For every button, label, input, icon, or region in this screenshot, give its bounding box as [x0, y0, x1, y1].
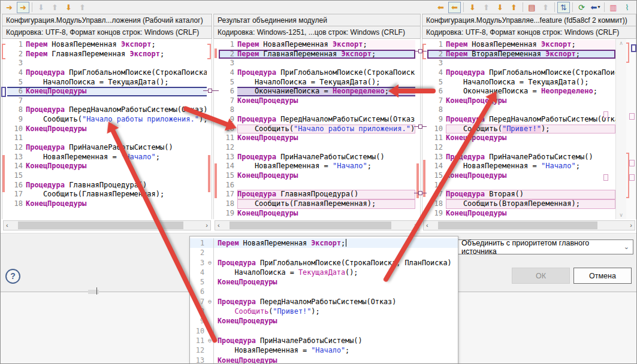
- code-line[interactable]: 12: [427, 143, 615, 153]
- code-line[interactable]: 16: [427, 181, 615, 190]
- code-line[interactable]: 6 ОкончаниеПоиска = Неопределено;: [219, 87, 415, 96]
- code-line[interactable]: 13 НоваяПеременная = "Начало";: [7, 153, 207, 162]
- code-line[interactable]: 11КонецПроцедуры: [219, 134, 415, 143]
- code-line[interactable]: 2Перем ГлавнаяПеременная Экспорт;: [219, 50, 415, 59]
- code-line[interactable]: 3: [219, 59, 415, 68]
- scroll-right-icon[interactable]: ›: [206, 222, 208, 229]
- scroll-right-icon[interactable]: ›: [630, 222, 632, 229]
- refresh-icon[interactable]: ⟳: [575, 2, 588, 13]
- result-panel-code[interactable]: 1Перем НоваяПеременная Экспорт;2Перем Гл…: [219, 39, 415, 219]
- next-difference-icon[interactable]: ⬇: [466, 2, 479, 13]
- editor-line[interactable]: 5КонецПроцедуры: [190, 277, 458, 287]
- code-line[interactable]: 10 Сообщить("Привет!");: [427, 125, 615, 134]
- code-line[interactable]: 18 Сообщить(ВтораяПеременная);: [427, 199, 615, 209]
- code-line[interactable]: 10 Сообщить("Начало работы приложения.")…: [219, 125, 415, 134]
- code-line[interactable]: 15: [7, 171, 207, 181]
- code-line[interactable]: 8Процедура ПередНачаломРаботыСистемы(Отк…: [7, 105, 207, 115]
- code-line[interactable]: 4Процедура ПриГлобальномПоиске(СтрокаПои…: [219, 68, 415, 78]
- code-line[interactable]: 5 НачалоПоиска = ТекущаяДата();: [7, 78, 207, 87]
- code-line[interactable]: 19КонецПроцедуры: [427, 209, 615, 219]
- code-line[interactable]: 13Процедура ПриНачалеРаботыСистемы(): [219, 153, 415, 162]
- editor-line[interactable]: 7⊖Процедура ПередНачаломРаботыСистемы(От…: [190, 297, 458, 307]
- code-line[interactable]: 7: [7, 96, 207, 106]
- right-panel-code[interactable]: 1Перем НоваяПеременная Экспорт;2Перем Вт…: [427, 39, 615, 219]
- editor-line[interactable]: 3⊖Процедура ПриГлобальномПоиске(СтрокаПо…: [190, 258, 458, 268]
- copy-current-right-to-left-icon[interactable]: ⬅: [448, 2, 461, 13]
- cancel-button[interactable]: Отмена: [573, 268, 632, 284]
- code-line[interactable]: 7КонецПроцедуры: [219, 96, 415, 106]
- code-line[interactable]: 11: [7, 134, 207, 143]
- code-line[interactable]: 12Процедура ПриНачалеРаботыСистемы(): [7, 143, 207, 153]
- scroll-down-icon[interactable]: ∨: [616, 212, 626, 218]
- right-panel-vscrollbar[interactable]: ∧ ∨: [615, 39, 626, 219]
- code-line[interactable]: 12: [219, 143, 415, 153]
- scroll-up-icon[interactable]: ∧: [616, 40, 626, 46]
- copy-current-left-to-right-icon[interactable]: ➜: [17, 2, 29, 13]
- linked-differences-icon[interactable]: ⌇: [621, 2, 633, 13]
- code-line[interactable]: 5 НачалоПоиска = ТекущаяДата();: [427, 78, 615, 87]
- scroll-thumb[interactable]: [230, 222, 391, 229]
- code-line[interactable]: 16Процедура ГлавнаяПроцедура(): [7, 181, 207, 190]
- result-panel-hscrollbar[interactable]: ‹ ›: [215, 220, 419, 230]
- code-line[interactable]: 2Перем ВтораяПеременная Экспорт;: [427, 50, 615, 59]
- code-line[interactable]: 6КонецПроцедуры: [7, 87, 207, 96]
- code-line[interactable]: 1Перем НоваяПеременная Экспорт;: [7, 40, 207, 50]
- copy-previous-change-icon[interactable]: ⬆: [508, 2, 520, 13]
- editor-line[interactable]: 9КонецПроцедуры: [190, 316, 458, 326]
- merge-mode-combobox[interactable]: Объединить с приоритетом главного источн…: [457, 239, 633, 254]
- right-panel-hscrollbar[interactable]: ‹ ›: [423, 220, 635, 230]
- code-line[interactable]: 11КонецПроцедуры: [427, 134, 615, 143]
- show-current-element-icon[interactable]: ▤: [526, 2, 538, 13]
- editor-line[interactable]: 6: [190, 287, 458, 296]
- code-line[interactable]: 17Процедура ГлавнаяПроцедура(): [219, 190, 415, 199]
- left-panel-hscrollbar[interactable]: ‹ ›: [3, 220, 211, 230]
- copy-all-left-to-right-icon[interactable]: ➜: [3, 2, 16, 13]
- code-line[interactable]: 14 НоваяПеременная = "Начало";: [219, 162, 415, 171]
- code-line[interactable]: 3: [427, 59, 615, 68]
- editor-line[interactable]: 10: [190, 326, 458, 336]
- code-line[interactable]: 9Процедура ПередНачаломРаботыСистемы(Отк…: [219, 115, 415, 125]
- editor-line[interactable]: 12 НоваяПеременная = "Начало";: [190, 345, 458, 355]
- editor-line[interactable]: 13КонецПроцедуры: [190, 356, 458, 364]
- editor-line[interactable]: 4 НачалоПоиска = ТекущаяДата();: [190, 268, 458, 277]
- code-line[interactable]: 5 НачалоПоиска = ТекущаяДата();: [219, 78, 415, 87]
- help-button[interactable]: ?: [5, 269, 20, 284]
- code-line[interactable]: 19КонецПроцедуры: [219, 209, 415, 219]
- ancestor-code-editor[interactable]: 1Перем НоваяПеременная Экспорт;23⊖Процед…: [189, 236, 458, 364]
- scroll-thumb[interactable]: [438, 222, 597, 229]
- copy-next-change-icon[interactable]: ⬇: [494, 2, 506, 13]
- synchronized-scrolling-icon[interactable]: ⇅: [557, 2, 570, 13]
- switch-direction-icon[interactable]: ⬅▾: [589, 2, 602, 13]
- editor-line[interactable]: 2: [190, 248, 458, 257]
- code-line[interactable]: 14КонецПроцедуры: [7, 162, 207, 171]
- editor-line[interactable]: 8 Сообщить("Привет!");: [190, 307, 458, 316]
- code-line[interactable]: 2Перем ГлавнаяПеременная Экспорт;: [7, 50, 207, 59]
- code-line[interactable]: 18 Сообщить(ГлавнаяПеременная);: [219, 199, 415, 209]
- ok-button[interactable]: ОК: [512, 268, 570, 284]
- ignore-whitespace-icon[interactable]: ▥: [607, 2, 620, 13]
- code-line[interactable]: 7КонецПроцедуры: [427, 96, 615, 106]
- code-line[interactable]: 8: [427, 105, 615, 115]
- code-line[interactable]: 18КонецПроцедуры: [7, 199, 207, 209]
- code-line[interactable]: 1Перем НоваяПеременная Экспорт;: [427, 40, 615, 50]
- code-line[interactable]: 15КонецПроцедуры: [427, 171, 615, 181]
- scroll-left-icon[interactable]: ‹: [426, 222, 428, 229]
- fold-collapse-icon[interactable]: ⊖: [206, 297, 213, 307]
- code-line[interactable]: 4Процедура ПриГлобальномПоиске(СтрокаПои…: [427, 68, 615, 78]
- code-line[interactable]: 1Перем НоваяПеременная Экспорт;: [219, 40, 415, 50]
- code-line[interactable]: 17 Сообщить(ГлавнаяПеременная);: [7, 190, 207, 199]
- splitter-handle[interactable]: [88, 290, 99, 294]
- code-line[interactable]: 8: [219, 105, 415, 115]
- code-line[interactable]: 4Процедура ПриГлобальномПоиске(СтрокаПои…: [7, 68, 207, 78]
- code-line[interactable]: 15КонецПроцедуры: [219, 171, 415, 181]
- code-line[interactable]: 6 ОкончаниеПоиска = Неопределено;: [427, 87, 615, 96]
- scroll-left-icon[interactable]: ‹: [218, 222, 220, 229]
- code-line[interactable]: 17Процедура Вторая(): [427, 190, 615, 199]
- code-line[interactable]: 9Процедура ПередНачаломРаботыСистемы(Отк…: [427, 115, 615, 125]
- editor-line[interactable]: 1Перем НоваяПеременная Экспорт;: [190, 238, 458, 248]
- code-line[interactable]: 16: [219, 181, 415, 190]
- fold-collapse-icon[interactable]: ⊖: [206, 258, 213, 268]
- copy-next-change-icon[interactable]: ⬇: [62, 2, 75, 13]
- scroll-left-icon[interactable]: ‹: [6, 222, 8, 229]
- copy-all-right-to-left-icon[interactable]: ⬅: [434, 2, 447, 13]
